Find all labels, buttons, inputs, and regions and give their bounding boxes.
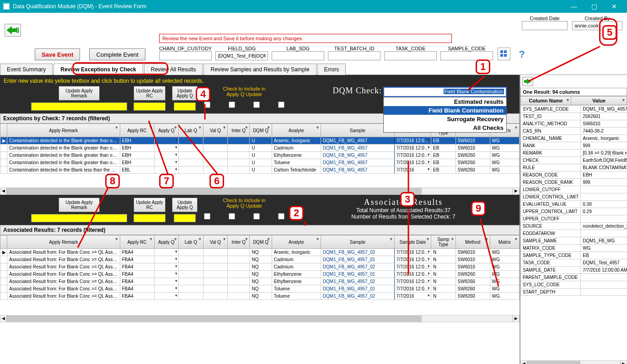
col-3[interactable]: Lab Q▼	[179, 124, 204, 137]
maximize-button[interactable]: ▢	[584, 0, 604, 13]
tab-3[interactable]: Review Samples and Results by Sample	[204, 64, 316, 75]
col-6[interactable]: DQM Q▼	[250, 236, 272, 249]
dqm-check-select[interactable]: Field Blank Contamination	[383, 87, 507, 97]
detail-row[interactable]: SOURCEnondetect_detection_limit = quanti…	[521, 223, 627, 230]
include-valq-checkbox-2[interactable]	[229, 213, 235, 219]
detail-row[interactable]: LOWER_CUTOFF	[521, 186, 627, 193]
save-event-button[interactable]: Save Event	[35, 48, 80, 60]
back-button[interactable]	[5, 24, 21, 37]
col-2[interactable]: Apply Q▼	[154, 236, 179, 249]
grid-icon-button[interactable]	[498, 48, 510, 60]
table-row[interactable]: Associated Result from: For Blank Conc >…	[0, 285, 520, 293]
tab-0[interactable]: Event Summary	[0, 64, 53, 75]
dqm-option-0[interactable]: Estimated results	[384, 97, 506, 106]
detail-row[interactable]: ANALYTIC_METHODSW6010	[521, 120, 627, 128]
criteria-input-0[interactable]	[159, 51, 212, 60]
minimize-button[interactable]: —	[564, 0, 584, 13]
detail-row[interactable]: CAS_RN7440-38-2	[521, 128, 627, 135]
table-row[interactable]: Associated Result from: For Blank Conc >…	[0, 293, 520, 300]
col-7[interactable]: Analyte▼	[272, 124, 321, 137]
apply-q-input[interactable]	[174, 102, 196, 111]
detail-col-name[interactable]: Column Name▼	[521, 96, 571, 105]
update-apply-remark-button-2[interactable]: Update Apply Remark	[59, 198, 100, 212]
include-interq-checkbox-2[interactable]	[253, 213, 260, 219]
col-5[interactable]: Inter Q▼	[228, 124, 250, 137]
col-9[interactable]: Sample Date▼	[394, 236, 431, 249]
update-apply-q-button[interactable]: Update Apply Q	[172, 86, 198, 101]
detail-row[interactable]: REASON_CODEEBH	[521, 171, 627, 179]
include-interq-checkbox[interactable]	[253, 102, 260, 108]
detail-scrollbar[interactable]: ◄►	[520, 360, 627, 364]
apply-q-input-2[interactable]	[174, 214, 196, 222]
dqm-option-2[interactable]: Surrogate Recovery	[384, 115, 506, 123]
apply-remark-input-2[interactable]	[31, 214, 127, 222]
tab-2[interactable]: Review All Results	[144, 64, 203, 75]
tab-1[interactable]: Review Exceptions by Check	[54, 64, 143, 75]
detail-row[interactable]: RANK999	[521, 142, 627, 150]
help-button[interactable]: ?	[515, 48, 528, 60]
associated-grid[interactable]: Apply Remark▼Apply RC▼Apply Q▼Lab Q▼Val …	[0, 235, 520, 300]
detail-row[interactable]: CHEMICAL_NAMEArsenic, Inorganic	[521, 135, 627, 142]
col-7[interactable]: Analyte▼	[272, 236, 321, 249]
col-4[interactable]: Val Q▼	[203, 236, 228, 249]
col-12[interactable]: Matrix▼	[490, 236, 519, 249]
table-row[interactable]: Contamination detected in the Blank grea…	[0, 152, 520, 159]
detail-row[interactable]: SAMPLE_TYPE_CODEEB	[521, 252, 627, 259]
detail-row[interactable]: TEST_ID2582601	[521, 113, 627, 120]
detail-row[interactable]: LOWER_CONTROL_LIMIT	[521, 193, 627, 201]
detail-row[interactable]: UPPER_CONTROL_LIMIT0.29	[521, 208, 627, 215]
apply-remark-input[interactable]	[31, 102, 127, 111]
created-date-input[interactable]	[522, 21, 568, 30]
apply-rc-input[interactable]	[134, 102, 166, 111]
table-row[interactable]: ▶Contamination detected in the Blank gre…	[0, 137, 520, 145]
exceptions-scrollbar[interactable]: ◄►	[0, 187, 520, 195]
col-0[interactable]: Apply Remark▼	[7, 236, 120, 249]
criteria-input-2[interactable]	[272, 51, 324, 60]
detail-row[interactable]: EDDDATAROW	[521, 230, 627, 237]
detail-row[interactable]: MATRIX_CODEWG	[521, 245, 627, 252]
created-by-input[interactable]	[572, 21, 622, 30]
detail-row[interactable]: START_DEPTH	[521, 289, 627, 296]
table-row[interactable]: Contamination detected in the Blank grea…	[0, 159, 520, 166]
col-11[interactable]: Method▼	[456, 236, 490, 249]
table-row[interactable]: Associated Result from: For Blank Conc >…	[0, 278, 520, 285]
table-row[interactable]: Contamination detected in the Blank less…	[0, 166, 520, 174]
update-apply-rc-button[interactable]: Update Apply RC	[134, 86, 166, 101]
detail-row[interactable]: SAMPLE_DATE7/7/2016 12:00:00 AM	[521, 267, 627, 274]
associated-scrollbar[interactable]: ◄►	[0, 315, 520, 322]
col-8[interactable]: Sample▼	[321, 236, 394, 249]
include-valq-checkbox[interactable]	[229, 102, 235, 108]
complete-event-button[interactable]: Complete Event	[89, 48, 145, 60]
detail-row[interactable]: SYS_SAMPLE_CODEDQM1_FB_WG_4957	[521, 106, 627, 113]
table-row[interactable]: Associated Result from: For Blank Conc >…	[0, 271, 520, 278]
detail-collapse-button[interactable]	[522, 77, 533, 86]
criteria-input-1[interactable]	[215, 51, 268, 60]
detail-row[interactable]: SAMPLE_NAMEDQM1_FB_WG	[521, 237, 627, 245]
detail-row[interactable]: EVALUATED_VALUE0.38	[521, 201, 627, 208]
update-apply-remark-button[interactable]: Update Apply Remark	[59, 86, 100, 101]
col-5[interactable]: Inter Q▼	[228, 236, 250, 249]
detail-row[interactable]: REASON_CODE_RANK999	[521, 179, 627, 186]
table-row[interactable]: ▶Associated Result from: For Blank Conc …	[0, 249, 520, 256]
detail-row[interactable]: TASK_CODEDQM1_Test_4957	[521, 259, 627, 267]
detail-row[interactable]: CHECKEarthSoft.DQM.FieldBlankContaminati…	[521, 157, 627, 164]
tab-4[interactable]: Errors	[317, 64, 346, 75]
criteria-input-4[interactable]	[384, 51, 437, 60]
dqm-option-3[interactable]: All Checks	[384, 123, 506, 132]
apply-rc-input-2[interactable]	[134, 214, 166, 222]
detail-col-value[interactable]: Value▼	[571, 96, 627, 105]
col-1[interactable]: Apply RC▼	[120, 124, 154, 137]
detail-row[interactable]: RULEBLANK CONTAMINATION >	[521, 164, 627, 171]
include-labq-checkbox-2[interactable]	[204, 213, 210, 219]
update-apply-rc-button-2[interactable]: Update Apply RC	[134, 198, 166, 212]
table-row[interactable]: Contamination detected in the Blank grea…	[0, 145, 520, 152]
criteria-input-5[interactable]	[440, 51, 493, 60]
col-2[interactable]: Apply Q▼	[154, 124, 179, 137]
col-4[interactable]: Val Q▼	[203, 124, 228, 137]
table-row[interactable]: Associated Result from: For Blank Conc >…	[0, 256, 520, 263]
include-labq-checkbox[interactable]	[204, 102, 210, 108]
col-0[interactable]: Apply Remark▼	[7, 124, 120, 137]
detail-row[interactable]: SYS_LOC_CODE	[521, 281, 627, 289]
close-button[interactable]: ✕	[604, 0, 624, 13]
table-row[interactable]: Associated Result from: For Blank Conc >…	[0, 263, 520, 271]
